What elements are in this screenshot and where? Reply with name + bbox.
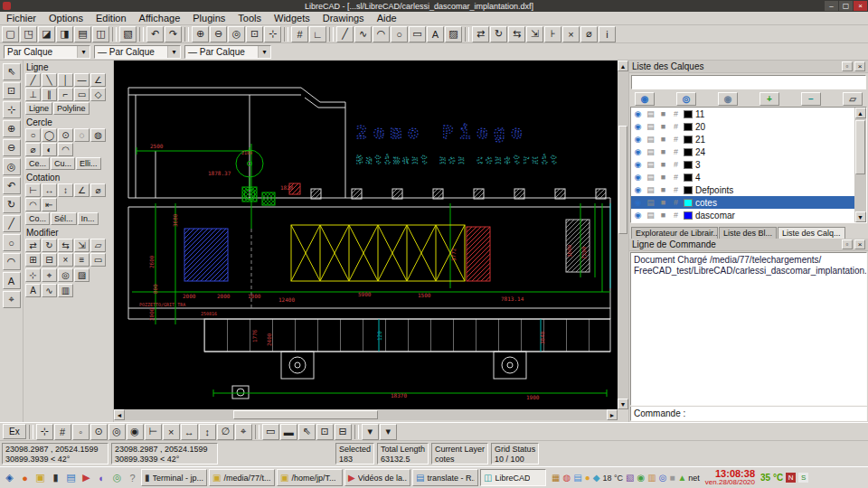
modify-tool-icon[interactable]: ▭: [90, 253, 106, 267]
launcher-icon[interactable]: ▶: [80, 470, 93, 485]
layer-construction-icon[interactable]: #: [671, 109, 681, 118]
dock-tab[interactable]: Cu...: [51, 157, 75, 170]
taskbar-window-button[interactable]: ▣ /media/77/t...: [209, 469, 275, 486]
modify-tool-icon[interactable]: ⊞: [25, 253, 41, 267]
line-tool-icon[interactable]: ∥: [42, 88, 57, 101]
taskbar-window-button[interactable]: ▣ /home/jp/T...: [277, 469, 343, 486]
menu-item[interactable]: Affichage: [133, 12, 187, 25]
taskbar-window-button[interactable]: ◫ LibreCAD: [480, 469, 546, 486]
layer-name[interactable]: Defpoints: [695, 185, 864, 195]
toolbar-icon[interactable]: [329, 27, 334, 42]
panel-tab[interactable]: Explorateur de Librair...: [631, 227, 718, 239]
toolbar-icon[interactable]: ▢: [2, 26, 19, 42]
layer-color-swatch[interactable]: [684, 174, 693, 182]
modify-tool-icon[interactable]: ≡: [74, 253, 90, 267]
tray-icon[interactable]: ◆: [593, 473, 600, 483]
tray-icon[interactable]: ◎: [659, 473, 667, 483]
circle-tool-icon[interactable]: ◠: [58, 143, 73, 156]
line-tool-icon[interactable]: │: [58, 73, 73, 87]
layer-lock-icon[interactable]: ■: [658, 109, 668, 118]
tool-icon[interactable]: ⊕: [3, 120, 21, 137]
modify-tool-icon[interactable]: ◎: [58, 268, 73, 282]
launcher-icon[interactable]: ◈: [3, 470, 16, 485]
scroll-up-icon[interactable]: ▲: [855, 108, 866, 118]
float-panel-icon[interactable]: ▫: [842, 61, 853, 71]
snap-icon[interactable]: ↔: [181, 424, 198, 440]
scroll-thumb[interactable]: [233, 410, 378, 419]
modify-tool-icon[interactable]: ▥: [58, 284, 73, 297]
modify-tool-icon[interactable]: ⊹: [25, 268, 41, 282]
circle-tool-icon[interactable]: ○: [25, 128, 41, 142]
menu-item[interactable]: Edition: [90, 12, 133, 25]
snap-icon[interactable]: ⌖: [235, 424, 252, 440]
dropdown-menu-icon[interactable]: ▾: [362, 424, 379, 440]
layer-print-icon[interactable]: ▤: [646, 173, 656, 182]
line-tool-icon[interactable]: ∠: [90, 73, 106, 87]
dock-tab[interactable]: Ligne: [25, 102, 52, 115]
line-tool-icon[interactable]: ╱: [25, 73, 41, 87]
toolbar-icon[interactable]: ◫: [92, 26, 109, 42]
toolbar-icon[interactable]: ∿: [354, 26, 372, 42]
scroll-down-icon[interactable]: ▼: [618, 399, 628, 409]
toolbar-icon[interactable]: ▭: [409, 26, 426, 42]
tool-icon[interactable]: ⊹: [3, 101, 21, 118]
circle-tool-icon[interactable]: ⌀: [25, 143, 41, 156]
dock-tab[interactable]: Polyline: [53, 102, 90, 115]
dimension-tool-icon[interactable]: ∠: [74, 183, 90, 197]
layer-row[interactable]: ◉ ▤ ■ # dascomar: [631, 209, 866, 221]
snap-icon[interactable]: ⊙: [90, 424, 108, 440]
circle-tool-icon[interactable]: ◐: [42, 143, 57, 156]
layer-visibility-icon[interactable]: ◉: [633, 135, 643, 144]
layer-visibility-icon[interactable]: ◉: [633, 211, 643, 220]
modify-tool-icon[interactable]: ⇄: [25, 239, 41, 252]
toolbar-icon[interactable]: [284, 27, 288, 42]
toolbar-icon[interactable]: ◠: [373, 26, 390, 42]
layer-print-icon[interactable]: ▤: [646, 135, 656, 144]
dock-tab[interactable]: Ce...: [25, 157, 50, 170]
layer-construction-icon[interactable]: #: [671, 147, 681, 156]
selection-icon[interactable]: ⇖: [298, 424, 316, 440]
modify-tool-icon[interactable]: ↻: [42, 239, 57, 252]
tool-icon[interactable]: ╱: [3, 215, 21, 232]
modify-tool-icon[interactable]: ∿: [42, 284, 57, 297]
layer-color-swatch[interactable]: [684, 211, 693, 220]
close-button[interactable]: ×: [854, 1, 867, 11]
layer-name[interactable]: dascomar: [695, 211, 864, 221]
tray-icon[interactable]: ▦: [552, 473, 560, 483]
modify-tool-icon[interactable]: ×: [58, 253, 73, 267]
line-tool-icon[interactable]: ⊥: [25, 88, 41, 101]
snap-icon[interactable]: ◎: [108, 424, 126, 440]
chevron-down-icon[interactable]: ▾: [77, 46, 90, 58]
toolbar-icon[interactable]: ▤: [74, 26, 91, 42]
layer-toolbar-icon[interactable]: ▱: [843, 92, 863, 106]
vertical-scrollbar[interactable]: ▲ ▼: [618, 61, 628, 409]
layer-row[interactable]: ◉ ▤ ■ # 21: [631, 133, 866, 145]
toolbar-icon[interactable]: A: [427, 26, 444, 42]
layer-print-icon[interactable]: ▤: [646, 147, 656, 156]
modify-tool-icon[interactable]: A: [25, 284, 41, 297]
taskbar-window-button[interactable]: ▮ Terminal - jp...: [141, 469, 207, 486]
toolbar-icon[interactable]: ◨: [56, 26, 73, 42]
menu-item[interactable]: Aide: [371, 12, 403, 25]
toolbar-icon[interactable]: ↻: [490, 26, 507, 42]
toolbar-icon[interactable]: ⊕: [192, 26, 209, 42]
toolbar-icon[interactable]: ⇄: [472, 26, 489, 42]
layer-construction-icon[interactable]: #: [671, 173, 681, 182]
layer-construction-icon[interactable]: #: [671, 185, 681, 194]
layer-color-swatch[interactable]: [684, 136, 693, 144]
layer-toolbar-icon[interactable]: +: [760, 92, 779, 106]
layer-construction-icon[interactable]: #: [671, 211, 681, 220]
circle-tool-icon[interactable]: ⊙: [58, 128, 73, 142]
toolbar-icon[interactable]: ↶: [146, 26, 164, 42]
panel-tab[interactable]: Liste des Bl...: [719, 227, 777, 239]
layer-name[interactable]: 20: [695, 122, 864, 132]
tool-icon[interactable]: ⇖: [3, 63, 21, 80]
tray-icon[interactable]: ■: [669, 473, 675, 483]
launcher-icon[interactable]: ▮: [49, 470, 62, 485]
tool-icon[interactable]: ◠: [3, 253, 21, 270]
layer-construction-icon[interactable]: #: [671, 160, 681, 169]
toolbar-icon[interactable]: ▨: [445, 26, 462, 42]
snap-icon[interactable]: ◉: [127, 424, 144, 440]
layer-print-icon[interactable]: ▤: [646, 160, 656, 169]
layer-toolbar-icon[interactable]: −: [801, 92, 821, 106]
